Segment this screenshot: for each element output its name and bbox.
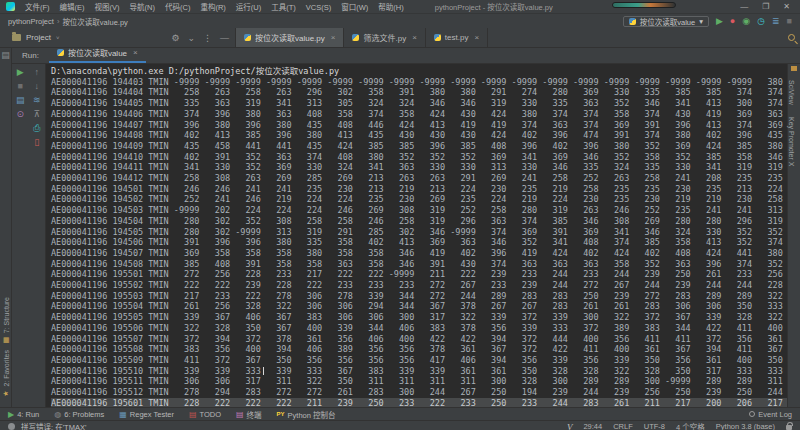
menu-item[interactable]: 编辑(E) xyxy=(55,3,90,12)
editor-tab[interactable]: test.py× xyxy=(426,28,488,47)
indent-setting[interactable]: 4 个空格 xyxy=(676,421,705,430)
more-options-icon[interactable]: ⋮ xyxy=(203,33,212,43)
python-icon xyxy=(244,34,251,41)
console-data-line: AE000041196 195510 TMIN 339 339 333 339 … xyxy=(51,366,787,377)
minimize-button[interactable]: — xyxy=(740,0,748,13)
debug-icon[interactable]: ● xyxy=(730,16,735,27)
tool-button-label: TODO xyxy=(199,410,221,419)
profiler-icon[interactable]: ◷ xyxy=(757,16,765,27)
file-encoding[interactable]: UTF-8 xyxy=(644,422,665,430)
lock-icon[interactable] xyxy=(786,425,792,430)
right-tool-stripe: SciViewKey Promoter X xyxy=(787,64,800,407)
tool-button-label: Python 控制台 xyxy=(288,409,336,420)
stop-icon[interactable]: ■ xyxy=(787,16,792,27)
run-tab[interactable]: 按位次读取value × xyxy=(49,45,146,63)
breadcrumb-project[interactable]: pythonProject xyxy=(8,17,54,26)
tool-button-label: 7: Structure xyxy=(2,297,9,333)
console-data-line: AE000041196 195509 TMIN 411 372 367 350 … xyxy=(51,355,787,366)
pin-icon[interactable]: ⊙ xyxy=(16,110,24,119)
python-console-tool-button-icon: PY xyxy=(277,411,285,417)
menu-item[interactable]: 运行(U) xyxy=(231,3,266,12)
status-message: 拼写错误: 在'TMAX' xyxy=(21,421,86,430)
console-data-line: AE000041196 194410 TMIN 402 391 352 363 … xyxy=(51,152,787,163)
console-data-line: AE000041196 194411 TMIN 341 330 352 369 … xyxy=(51,162,787,173)
favorites-tool-button-icon: ★ xyxy=(2,390,10,398)
todo-tool-button[interactable]: ▤TODO xyxy=(189,410,221,419)
stop-icon[interactable]: ■ xyxy=(18,82,23,91)
console-data-line: AE000041196 195512 TMIN 278 294 283 272 … xyxy=(51,387,787,398)
python-icon xyxy=(57,49,64,56)
breadcrumb-file[interactable]: 按位次读取value.py xyxy=(62,16,127,27)
run-icon[interactable]: ▶ xyxy=(716,16,723,27)
menu-item[interactable]: 文件(F) xyxy=(20,3,55,12)
hide-panel-icon[interactable]: — xyxy=(220,33,229,43)
caret-position[interactable]: 29:44 xyxy=(583,422,602,430)
collapse-all-icon[interactable]: ⌄ xyxy=(187,33,195,43)
up-stacktrace-icon[interactable]: ↑ xyxy=(35,68,40,77)
console-data-line: AE000041196 195507 TMIN 372 394 372 378 … xyxy=(51,334,787,345)
console-command-line: D:\anaconda\python.exe D:/pythonProject/… xyxy=(51,66,787,77)
line-separator[interactable]: CRLF xyxy=(613,422,633,430)
clear-all-icon[interactable]: ▯ xyxy=(34,138,39,147)
tool-button-label: Regex Tester xyxy=(130,410,174,419)
console-data-line: AE000041196 194408 TMIN 402 413 385 396 … xyxy=(51,130,787,141)
inspections-icon[interactable] xyxy=(8,423,15,430)
python-interpreter[interactable]: Python 3.8 (base) xyxy=(716,422,775,430)
regex-tester-tool-button[interactable]: ▦Regex Tester xyxy=(119,410,174,419)
run-configuration-select[interactable]: 按位次读取value ▾ xyxy=(623,16,709,27)
console-data-line: AE000041196 194503 TMIN -9999 202 224 22… xyxy=(51,205,787,216)
menu-item[interactable]: 帮助(H) xyxy=(373,3,408,12)
console-data-line: AE000041196 195511 TMIN 306 306 317 311 … xyxy=(51,376,787,387)
editor-tab[interactable]: 筛选文件.py× xyxy=(344,28,425,47)
console-data-line: AE000041196 195601 TMIN 228 222 222 222 … xyxy=(51,398,787,407)
concurrency-diagram-icon[interactable]: ≣ xyxy=(772,16,780,27)
close-icon[interactable]: × xyxy=(133,48,138,57)
window-title: pythonProject - 按位次读取value.py xyxy=(435,1,553,12)
todo-tool-button-icon: ▤ xyxy=(189,410,197,419)
console-data-line: AE000041196 195505 TMIN 339 367 406 367 … xyxy=(51,312,787,323)
vim-mode-icon[interactable]: V xyxy=(567,422,573,430)
search-everywhere-icon[interactable] xyxy=(788,34,795,41)
tool-button-label: 终端 xyxy=(247,409,262,420)
close-button[interactable]: ✕ xyxy=(783,0,790,13)
restore-layout-icon[interactable]: ▤ xyxy=(16,96,25,105)
chevron-down-icon: ˅ xyxy=(56,35,60,41)
down-stacktrace-icon[interactable]: ↓ xyxy=(35,82,40,91)
stripe-label[interactable]: SciView xyxy=(788,80,795,105)
problems-tool-button[interactable]: ◍6: Problems xyxy=(54,410,104,419)
title-bar: 文件(F)编辑(E)视图(V)导航(N)代码(C)重构(R)运行(U)工具(T)… xyxy=(0,0,800,14)
console-data-line: AE000041196 194409 TMIN 435 458 441 441 … xyxy=(51,141,787,152)
run-tool-button[interactable]: ▶4: Run xyxy=(8,410,39,419)
favorites-tool-button[interactable]: ★2: Favorites xyxy=(2,350,10,398)
menu-item[interactable]: 窗口(W) xyxy=(336,3,373,12)
regex-tester-tool-button-icon: ▦ xyxy=(119,410,127,419)
breadcrumb-separator: › xyxy=(57,17,60,26)
navigation-bar: pythonProject › 按位次读取value.py 按位次读取value… xyxy=(0,14,800,28)
terminal-tool-button[interactable]: ▤终端 xyxy=(236,409,262,420)
menu-item[interactable]: 代码(C) xyxy=(160,3,195,12)
scroll-to-end-icon[interactable]: ⊼ xyxy=(33,110,40,119)
menu-item[interactable]: VCS(S) xyxy=(301,3,336,12)
editor-tab-label: 筛选文件.py xyxy=(363,32,406,43)
softwrap-icon[interactable]: ≋ xyxy=(33,96,41,105)
python-console-tool-button[interactable]: PYPython 控制台 xyxy=(277,409,336,420)
structure-tool-button[interactable]: ▦7: Structure xyxy=(2,297,10,344)
event-log-button[interactable]: Event Log xyxy=(749,410,792,419)
menu-item[interactable]: 重构(R) xyxy=(195,3,230,12)
python-icon xyxy=(629,18,636,25)
rerun-icon[interactable]: ▶ xyxy=(17,68,24,77)
close-icon[interactable]: × xyxy=(331,33,336,42)
settings-icon[interactable]: ⚙ xyxy=(171,33,179,43)
menu-item[interactable]: 工具(T) xyxy=(266,3,301,12)
menu-item[interactable]: 导航(N) xyxy=(125,3,160,12)
print-icon[interactable]: ⎙ xyxy=(33,124,40,133)
close-icon[interactable]: × xyxy=(412,33,417,42)
stripe-label[interactable]: Key Promoter X xyxy=(788,117,795,166)
console-output[interactable]: D:\anaconda\python.exe D:/pythonProject/… xyxy=(46,64,787,407)
run-coverage-icon[interactable]: ◉ xyxy=(742,16,750,27)
menu-item[interactable]: 视图(V) xyxy=(90,3,125,12)
maximize-button[interactable]: ❐ xyxy=(762,0,769,13)
database-icon[interactable]: ▤ xyxy=(1,51,10,60)
close-icon[interactable]: × xyxy=(474,33,479,42)
editor-tab[interactable]: 按位次读取value.py× xyxy=(236,28,344,47)
